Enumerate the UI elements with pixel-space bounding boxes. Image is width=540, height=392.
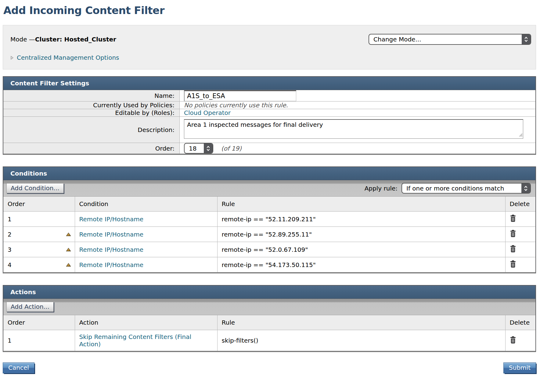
mode-dash: —	[29, 36, 35, 43]
policies-value: No policies currently use this rule.	[184, 102, 288, 109]
condition-link[interactable]: Remote IP/Hostname	[79, 216, 143, 223]
stepper-icon	[204, 144, 213, 153]
action-order: 1	[3, 330, 75, 351]
delete-trash-icon[interactable]	[510, 260, 516, 268]
conditions-title: Conditions	[3, 167, 535, 180]
conditions-header-order: Order	[3, 197, 75, 212]
condition-order: 3	[8, 246, 12, 253]
order-select-value: 18	[185, 144, 204, 153]
centralized-management-options-link[interactable]: Centralized Management Options	[17, 54, 119, 61]
conditions-header-delete: Delete	[505, 197, 535, 212]
stepper-icon	[521, 184, 530, 193]
actions-header-delete: Delete	[505, 315, 535, 330]
conditions-header-condition: Condition	[75, 197, 217, 212]
condition-order: 2	[8, 231, 12, 238]
action-row: 1 Skip Remaining Content Filters (Final …	[3, 330, 535, 351]
submit-button[interactable]: Submit	[503, 362, 536, 373]
description-label: Description:	[3, 116, 180, 143]
actions-table: Order Action Rule Delete 1 Skip Remainin…	[3, 315, 535, 351]
move-up-icon[interactable]	[65, 247, 72, 252]
order-total: (of 19)	[221, 145, 242, 152]
actions-header-action: Action	[75, 315, 217, 330]
condition-order: 1	[3, 212, 75, 227]
disclosure-triangle-icon[interactable]	[10, 55, 14, 60]
mode-value: Cluster: Hosted_Cluster	[35, 36, 116, 43]
mode-panel: Mode —Cluster: Hosted_Cluster Change Mod…	[3, 25, 536, 69]
condition-link[interactable]: Remote IP/Hostname	[79, 231, 143, 238]
condition-link[interactable]: Remote IP/Hostname	[79, 261, 143, 269]
condition-row: 3 Remote IP/Hostname remote-ip == "52.0.…	[3, 242, 535, 257]
order-select[interactable]: 18	[184, 143, 213, 154]
mode-text: Mode —Cluster: Hosted_Cluster	[10, 36, 116, 43]
roles-label: Editable by (Roles):	[3, 109, 180, 116]
name-label: Name:	[3, 90, 180, 101]
delete-trash-icon[interactable]	[510, 230, 516, 237]
move-up-icon[interactable]	[65, 232, 72, 237]
action-rule: skip-filters()	[217, 330, 505, 351]
delete-trash-icon[interactable]	[510, 245, 516, 252]
change-mode-select[interactable]: Change Mode...	[369, 34, 531, 45]
order-label: Order:	[3, 143, 180, 154]
condition-link[interactable]: Remote IP/Hostname	[79, 246, 143, 253]
actions-header-rule: Rule	[217, 315, 505, 330]
delete-trash-icon[interactable]	[510, 336, 516, 344]
name-input[interactable]	[184, 90, 296, 101]
condition-row: 1 Remote IP/Hostname remote-ip == "52.11…	[3, 212, 535, 227]
content-filter-settings-panel: Content Filter Settings Name: Currently …	[3, 76, 536, 155]
mode-label: Mode	[10, 36, 29, 43]
policies-label: Currently Used by Policies:	[3, 101, 180, 109]
cloud-operator-link[interactable]: Cloud Operator	[184, 109, 231, 116]
add-condition-button[interactable]: Add Condition...	[6, 183, 64, 193]
delete-trash-icon[interactable]	[510, 215, 516, 222]
stepper-icon	[522, 34, 531, 44]
apply-rule-select[interactable]: If one or more conditions match	[401, 183, 531, 194]
move-up-icon[interactable]	[65, 262, 72, 267]
conditions-header-rule: Rule	[217, 197, 505, 212]
apply-rule-select-value: If one or more conditions match	[402, 184, 521, 193]
change-mode-select-value: Change Mode...	[369, 34, 522, 44]
condition-rule: remote-ip == "54.173.50.115"	[217, 257, 505, 273]
condition-rule: remote-ip == "52.0.67.109"	[217, 242, 505, 257]
condition-row: 4 Remote IP/Hostname remote-ip == "54.17…	[3, 257, 535, 273]
content-filter-settings-title: Content Filter Settings	[3, 77, 535, 90]
condition-rule: remote-ip == "52.11.209.211"	[217, 212, 505, 227]
actions-title: Actions	[3, 286, 535, 299]
cancel-button[interactable]: Cancel	[3, 362, 34, 373]
actions-panel: Actions Add Action... Order Action Rule …	[3, 285, 536, 352]
page-root: Add Incoming Content Filter Mode —Cluste…	[3, 4, 536, 373]
condition-row: 2 Remote IP/Hostname remote-ip == "52.89…	[3, 227, 535, 242]
description-textarea[interactable]: Area 1 inspected messages for final deli…	[184, 119, 523, 139]
action-link[interactable]: Skip Remaining Content Filters (Final Ac…	[79, 333, 192, 348]
page-title: Add Incoming Content Filter	[3, 4, 536, 16]
conditions-panel: Conditions Add Condition... Apply rule: …	[3, 166, 536, 273]
apply-rule-label: Apply rule:	[365, 185, 398, 192]
actions-header-order: Order	[3, 315, 75, 330]
conditions-table: Order Condition Rule Delete 1 Remote IP/…	[3, 197, 535, 272]
condition-order: 4	[8, 261, 12, 269]
add-action-button[interactable]: Add Action...	[6, 302, 54, 312]
condition-rule: remote-ip == "52.89.255.11"	[217, 227, 505, 242]
